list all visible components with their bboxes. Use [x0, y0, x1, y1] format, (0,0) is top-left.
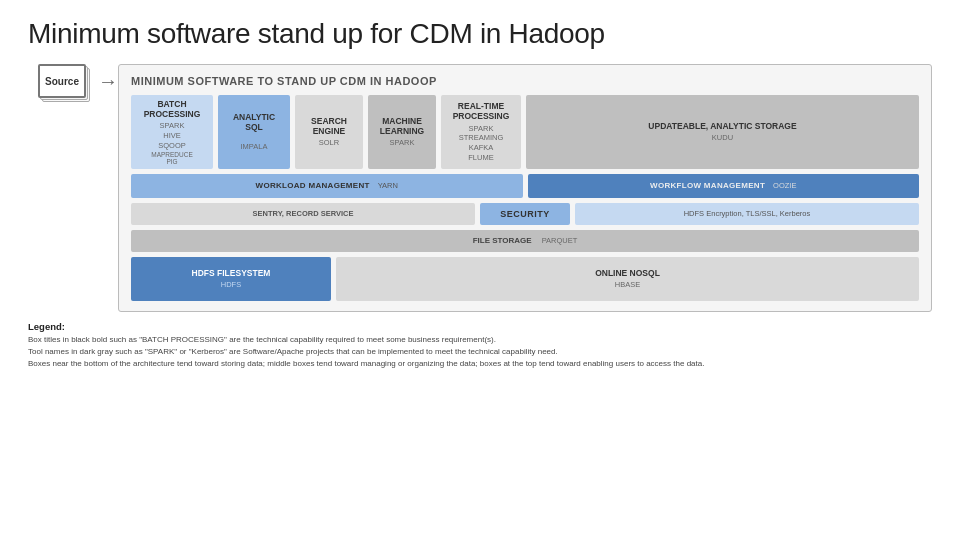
legend-title: Legend:: [28, 321, 65, 332]
legend-line-2: Tool names in dark gray such as "SPARK" …: [28, 347, 558, 356]
row-security: SENTRY, RECORD SERVICE SECURITY HDFS Enc…: [131, 203, 919, 225]
cell-machine-learning: MACHINE LEARNING SPARK: [368, 95, 436, 169]
cell-realtime-processing: REAL-TIME PROCESSING SPARK STREAMINGKAFK…: [441, 95, 521, 169]
diagram-title: MINIMUM SOFTWARE TO STAND UP CDM IN HADO…: [131, 75, 919, 87]
cell-batch: BATCH PROCESSING SPARKHIVESQOOP MAPREDUC…: [131, 95, 213, 169]
cell-analytic-sql: ANALYTIC SQL IMPALA: [218, 95, 290, 169]
legend-area: Legend: Box titles in black bold such as…: [28, 320, 932, 370]
cell-hdfs-filesystem: HDFS FILESYSTEM HDFS: [131, 257, 331, 301]
cell-updateable-storage: UPDATEABLE, ANALYTIC STORAGE KUDU: [526, 95, 919, 169]
cell-online-nosql: ONLINE NOSQL HBASE: [336, 257, 919, 301]
cell-workload-management: WORKLOAD MANAGEMENT YARN: [131, 174, 523, 198]
cell-workflow-management: WORKFLOW MANAGEMENT OOZIE: [528, 174, 920, 198]
source-label: Source: [45, 76, 79, 87]
cell-search-engine: SEARCH ENGINE SOLR: [295, 95, 363, 169]
legend-line-3: Boxes near the bottom of the architectur…: [28, 359, 704, 368]
row-storage-bottom: HDFS FILESYSTEM HDFS ONLINE NOSQL HBASE: [131, 257, 919, 301]
cell-security-label: SECURITY: [480, 203, 570, 225]
legend-line-1: Box titles in black bold such as "BATCH …: [28, 335, 496, 344]
source-arrow: →: [98, 70, 118, 93]
cell-file-storage: FILE STORAGE PARQUET: [131, 230, 919, 252]
row-capabilities: BATCH PROCESSING SPARKHIVESQOOP MAPREDUC…: [131, 95, 919, 169]
cell-hdfs-encryption: HDFS Encryption, TLS/SSL, Kerberos: [575, 203, 919, 225]
row-workload-workflow: WORKLOAD MANAGEMENT YARN WORKFLOW MANAGE…: [131, 174, 919, 198]
row-file-storage: FILE STORAGE PARQUET: [131, 230, 919, 252]
page-title: Minimum software stand up for CDM in Had…: [28, 18, 932, 50]
diagram-grid: BATCH PROCESSING SPARKHIVESQOOP MAPREDUC…: [131, 95, 919, 301]
cell-sentry: SENTRY, RECORD SERVICE: [131, 203, 475, 225]
